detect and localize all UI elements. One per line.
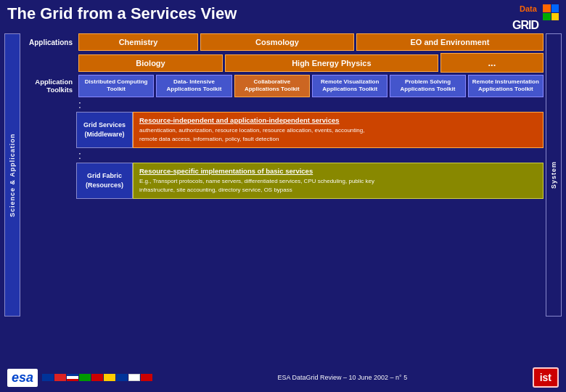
grid-services-content: Resource-independent and application-ind… (133, 112, 544, 148)
esa-logo-area: esa (7, 369, 152, 387)
system-axis: System (546, 33, 562, 317)
grid-services-row: Grid Services (Middleware) Resource-inde… (22, 112, 544, 148)
logo-square-4 (551, 13, 559, 21)
science-application-axis: Science & Application (4, 33, 20, 317)
flag-2 (67, 374, 78, 381)
flag-3 (79, 374, 91, 381)
diagram-area: Science & Application Applications Chemi… (4, 33, 562, 317)
toolkits-label: Application Toolkits (22, 75, 76, 97)
logo-corner-squares (543, 4, 559, 20)
logo-square-1 (543, 4, 551, 12)
flag-1 (54, 374, 66, 381)
grid-services-title: Resource-independent and application-ind… (139, 116, 537, 124)
flag-eu (42, 374, 54, 381)
bottom-bar: esa ESA DataGrid Review – 10 June 2002 – (0, 367, 566, 388)
grid-fabric-text: E.g., Transport protocols, name servers,… (139, 177, 537, 195)
toolkit-collaborative: Collaborative Applications Toolkit (234, 75, 310, 97)
toolkits-row: Application Toolkits Distributed Computi… (22, 75, 544, 97)
grid-services-label: Grid Services (Middleware) (76, 112, 133, 148)
page-title: The Grid from a Services View (7, 4, 237, 23)
toolkit-remote-instr: Remote Instrumentation Applications Tool… (468, 75, 544, 97)
grid-fabric-row: Grid Fabric (Resources) Resource-specifi… (22, 163, 544, 199)
applications-row2: Biology High Energy Physics ... (22, 53, 544, 73)
center-content: Applications Chemistry Cosmology EO and … (22, 33, 544, 317)
flag-strip (42, 374, 152, 381)
flag-6 (116, 374, 128, 381)
fabric-dots-separator: : (78, 150, 544, 160)
flag-4 (91, 374, 103, 381)
spacer3 (22, 163, 76, 199)
grid-fabric-label: Grid Fabric (Resources) (76, 163, 133, 199)
toolkit-distributed: Distributed Computing Toolkit (78, 75, 154, 97)
system-label: System (546, 33, 562, 317)
flag-7 (128, 374, 140, 381)
hep-box: High Energy Physics (225, 54, 438, 72)
logo-data-text: Data (520, 4, 537, 13)
esa-logo: esa (7, 369, 38, 387)
applications-row: Applications Chemistry Cosmology EO and … (22, 33, 544, 51)
review-text: ESA DataGrid Review – 10 June 2002 – n° … (277, 374, 407, 381)
toolkit-remote-vis: Remote Visualization Applications Toolki… (312, 75, 387, 97)
toolkit-dots-separator: : (78, 99, 544, 110)
logo-square-3 (543, 13, 551, 21)
top-bar: The Grid from a Services View Data GRID (0, 0, 566, 32)
flag-8 (141, 374, 152, 381)
toolkit-problem-solving: Problem Solving Applications Toolkit (390, 75, 465, 97)
eo-environment-box: EO and Environment (356, 33, 544, 51)
grid-services-text: authentication, authorization, resource … (139, 126, 537, 144)
logo-square-2 (551, 4, 559, 12)
datagrid-logo: Data GRID (512, 4, 559, 32)
page: The Grid from a Services View Data GRID … (0, 0, 566, 392)
logo-grid-text: GRID (512, 19, 538, 32)
applications-label: Applications (22, 38, 76, 46)
ist-logo: ist (533, 367, 559, 388)
spacer2 (22, 112, 76, 148)
grid-fabric-title: Resource-specific implementations of bas… (139, 167, 537, 175)
toolkit-data-intensive: Data- Intensive Applications Toolkit (156, 75, 231, 97)
science-application-label: Science & Application (4, 33, 20, 317)
cosmology-box: Cosmology (200, 33, 354, 51)
dots-box: ... (440, 53, 544, 73)
flag-5 (104, 374, 115, 381)
chemistry-box: Chemistry (78, 33, 198, 51)
grid-fabric-content: Resource-specific implementations of bas… (133, 163, 544, 199)
biology-box: Biology (78, 54, 223, 72)
